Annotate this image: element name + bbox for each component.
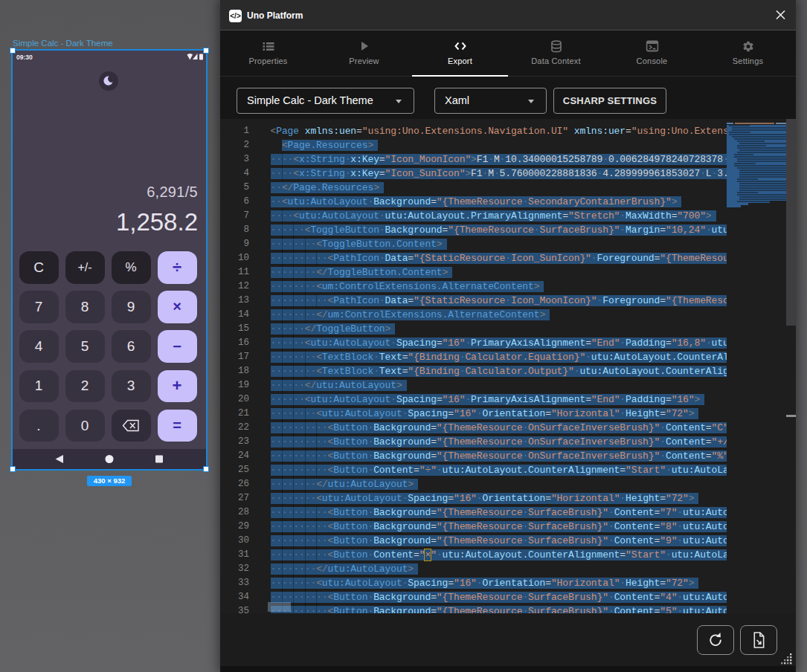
svg-text:</>: </> xyxy=(230,12,241,20)
